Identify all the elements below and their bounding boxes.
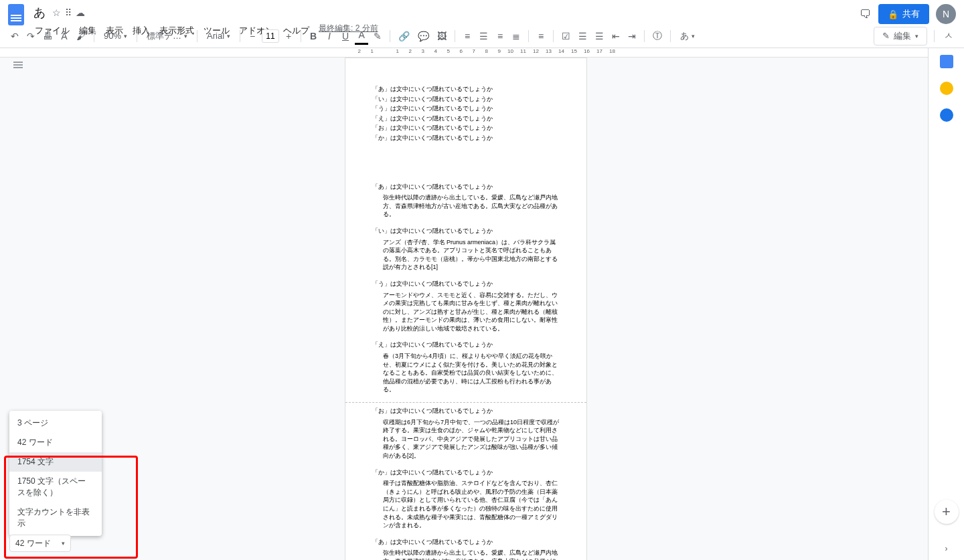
paint-format-icon[interactable]: 🖌: [74, 28, 88, 44]
word-count-option[interactable]: 3 ページ: [9, 413, 102, 433]
input-method-select[interactable]: あ▾: [676, 27, 699, 45]
document-title[interactable]: あ: [31, 4, 48, 21]
account-avatar[interactable]: N: [936, 4, 956, 24]
toolbar-right: ✎ 編集 ▾ ㅅ: [874, 27, 956, 45]
section-body: 春（3月下旬から4月頃）に、桜よりもやや早く淡紅の花を咲かせ、初夏にウメによく似…: [372, 352, 560, 394]
style-select[interactable]: 標準テ…▾: [143, 27, 191, 45]
title-icons: ☆ ⠿ ☁: [52, 7, 85, 18]
calendar-icon[interactable]: [940, 55, 953, 68]
workspace: 21123456789101112131415161718 「あ」は文中にいくつ…: [0, 48, 964, 560]
image-icon[interactable]: 🖼: [434, 28, 449, 44]
word-count-option[interactable]: 42 ワード: [9, 433, 102, 452]
document-page[interactable]: 「あ」は文中にいくつ隠れているでしょうか「い」は文中にいくつ隠れているでしょうか…: [345, 58, 587, 560]
separator: [644, 30, 645, 42]
outdent-icon[interactable]: ⇤: [609, 28, 623, 44]
section-heading: 「お」は文中にいくつ隠れているでしょうか: [372, 407, 560, 415]
font-dec-icon[interactable]: −: [246, 28, 259, 44]
section-body: 弥生時代以降の遺跡から出土している。愛媛、広島など瀬戸内地方、青森県津軽地方が古…: [372, 549, 560, 560]
undo-icon[interactable]: ↶: [8, 28, 21, 44]
section-heading: 「う」は文中にいくつ隠れているでしょうか: [372, 280, 560, 288]
section-heading: 「え」は文中にいくつ隠れているでしょうか: [372, 341, 560, 349]
section-body: アーモンドやウメ、スモモと近く、容易に交雑する。ただし、ウメの果実は完熟しても果…: [372, 291, 560, 333]
checklist-icon[interactable]: ☑: [559, 28, 573, 44]
section-body: 種子は青酸配糖体や脂肪油、ステロイドなどを含んでおり、杏仁（きょうにん）と呼ばれ…: [372, 479, 560, 530]
collapse-toolbar-icon[interactable]: ㅅ: [941, 27, 956, 45]
spellcheck-icon[interactable]: Ā: [58, 28, 71, 44]
section-body: アンズ（杏子/杏、学名 Prunus armeniaca）は、バラ科サクラ属の落…: [372, 238, 560, 272]
number-list-icon[interactable]: ☰: [592, 28, 607, 44]
share-button[interactable]: 🔒 共有: [878, 4, 929, 24]
move-icon[interactable]: ⠿: [65, 7, 72, 18]
comment-icon[interactable]: 💬: [415, 28, 432, 44]
section-heading: 「か」は文中にいくつ隠れているでしょうか: [372, 468, 560, 477]
doc-line: 「い」は文中にいくつ隠れているでしょうか: [372, 95, 560, 104]
doc-line: 「う」は文中にいくつ隠れているでしょうか: [372, 104, 560, 113]
hide-sidepanel-icon[interactable]: ›: [945, 544, 948, 553]
document-area: 21123456789101112131415161718 「あ」は文中にいくつ…: [0, 48, 928, 560]
align-justify-icon[interactable]: ≣: [509, 28, 523, 44]
align-right-icon[interactable]: ≡: [493, 28, 507, 44]
share-label: 共有: [902, 8, 920, 20]
bullet-list-icon[interactable]: ☰: [576, 28, 590, 44]
separator: [197, 30, 197, 42]
word-count-bar-label: 42 ワード: [15, 538, 51, 549]
side-panel: + ›: [928, 48, 964, 560]
indent-icon[interactable]: ⇥: [625, 28, 639, 44]
separator: [137, 30, 137, 42]
editing-mode-select[interactable]: ✎ 編集 ▾: [874, 27, 927, 45]
section-body: 収穫期は6月下旬から7月中旬で、一つの品種は10日程度で収穫が終了する。果実は生…: [372, 418, 560, 460]
pencil-icon: ✎: [882, 31, 890, 41]
zoom-select[interactable]: 90%▾: [100, 28, 131, 43]
horizontal-ruler[interactable]: 21123456789101112131415161718: [0, 48, 928, 58]
docs-logo-icon[interactable]: [8, 4, 24, 25]
word-count-option[interactable]: 1750 文字（スペースを除く）: [9, 472, 102, 502]
redo-icon[interactable]: ↷: [24, 28, 37, 44]
align-center-icon[interactable]: ☰: [477, 28, 491, 44]
chevron-down-icon: ▾: [915, 33, 918, 39]
separator: [553, 30, 554, 42]
separator: [301, 30, 301, 42]
section-body: 弥生時代以降の遺跡から出土している。愛媛、広島など瀬戸内地方、青森県津軽地方が古…: [372, 193, 560, 219]
chevron-down-icon: ▾: [62, 540, 65, 547]
cloud-icon[interactable]: ☁: [76, 7, 85, 18]
bold-icon[interactable]: B: [307, 28, 320, 44]
word-count-option[interactable]: 1754 文字: [9, 452, 102, 472]
header-right: 🗨 🔒 共有 N: [860, 4, 956, 24]
doc-line: 「あ」は文中にいくつ隠れているでしょうか: [372, 85, 560, 94]
add-addon-button[interactable]: +: [935, 500, 959, 524]
font-inc-icon[interactable]: +: [282, 28, 295, 44]
separator: [240, 30, 240, 42]
font-select[interactable]: Arial▾: [203, 28, 234, 43]
separator: [390, 30, 390, 42]
clear-format-icon[interactable]: Ⓣ: [650, 27, 665, 45]
keep-icon[interactable]: [940, 82, 953, 95]
separator: [528, 30, 529, 42]
section-heading: 「あ」は文中にいくつ隠れているでしょうか: [372, 183, 560, 191]
comments-icon[interactable]: 🗨: [860, 7, 872, 21]
separator: [934, 30, 935, 42]
align-left-icon[interactable]: ≡: [461, 28, 474, 44]
font-size-input[interactable]: [262, 29, 279, 43]
separator: [670, 30, 671, 42]
word-count-option[interactable]: 文字カウントを非表示: [9, 502, 102, 533]
highlight-icon[interactable]: ✎: [371, 28, 384, 44]
underline-icon[interactable]: U: [339, 28, 352, 44]
doc-line: 「え」は文中にいくつ隠れているでしょうか: [372, 114, 560, 123]
word-count-bar[interactable]: 42 ワード ▾: [9, 535, 71, 552]
section-heading: 「い」は文中にいくつ隠れているでしょうか: [372, 227, 560, 236]
page-break: [345, 402, 586, 403]
section-heading: 「あ」は文中にいくつ隠れているでしょうか: [372, 538, 560, 547]
title-row: あ ☆ ⠿ ☁: [31, 4, 860, 21]
text-color-icon[interactable]: A: [355, 27, 368, 45]
print-icon[interactable]: 🖶: [40, 28, 55, 44]
outline-toggle-icon[interactable]: [13, 62, 24, 71]
app-header: あ ☆ ⠿ ☁ ファイル 編集 表示 挿入 表示形式 ツール アドオン ヘルプ …: [0, 0, 964, 24]
doc-line: 「か」は文中にいくつ隠れているでしょうか: [372, 134, 560, 143]
word-count-popup: 3 ページ42 ワード1754 文字1750 文字（スペースを除く）文字カウント…: [9, 411, 102, 536]
star-icon[interactable]: ☆: [52, 7, 61, 18]
italic-icon[interactable]: I: [323, 28, 336, 44]
separator: [455, 30, 455, 42]
line-spacing-icon[interactable]: ≡: [534, 28, 548, 44]
tasks-icon[interactable]: [940, 108, 953, 122]
link-icon[interactable]: 🔗: [396, 28, 412, 44]
